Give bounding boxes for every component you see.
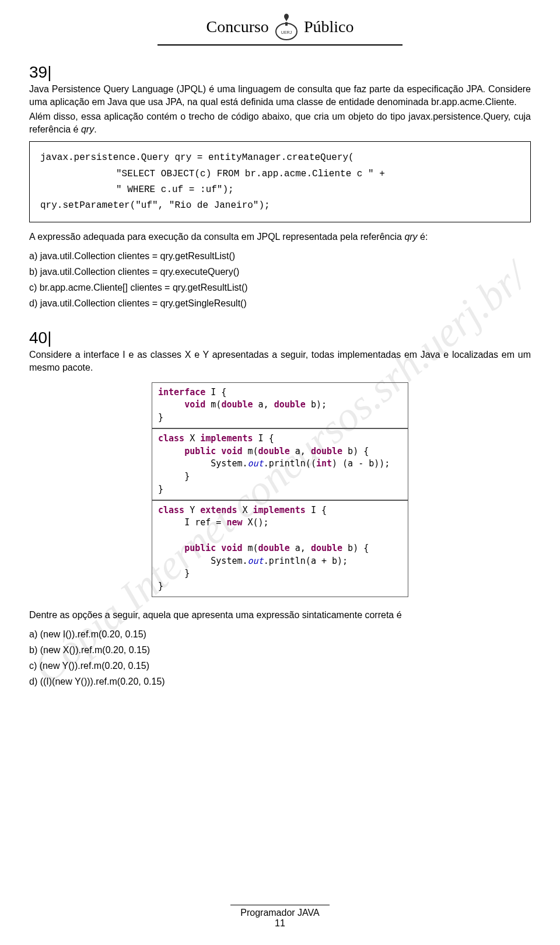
uerj-logo-icon: UERJ: [272, 12, 300, 42]
q40-option-b: b) (new X()).ref.m(0.20, 0.15): [29, 642, 531, 658]
q40-options: a) (new I()).ref.m(0.20, 0.15) b) (new X…: [29, 626, 531, 690]
q40-option-d: d) ((I)(new Y())).ref.m(0.20, 0.15): [29, 674, 531, 689]
q39-option-d: d) java.util.Collection clientes = qry.g…: [29, 295, 531, 311]
q39-p3-post: é:: [418, 232, 428, 242]
q39-options: a) java.util.Collection clientes = qry.g…: [29, 248, 531, 312]
q39-code-line-1: javax.persistence.Query qry = entityMana…: [40, 152, 354, 163]
q39-option-c: c) br.app.acme.Cliente[] clientes = qry.…: [29, 280, 531, 295]
q39-code-box: javax.persistence.Query qry = entityMana…: [29, 141, 531, 222]
svg-rect-1: [285, 22, 288, 26]
q40-code-class-y: class Y extends X implements I { I ref =…: [152, 500, 408, 597]
q39-option-a: a) java.util.Collection clientes = qry.g…: [29, 248, 531, 264]
header-left: Concurso: [206, 18, 269, 36]
q40-option-a: a) (new I()).ref.m(0.20, 0.15): [29, 626, 531, 642]
header-divider: [158, 44, 402, 46]
q39-p2-pre: Além disso, essa aplicação contém o trec…: [29, 111, 531, 134]
q40-paragraph-1: Considere a interface I e as classes X e…: [29, 348, 531, 374]
q39-code-line-2: "SELECT OBJECT(c) FROM br.app.acme.Clien…: [40, 166, 520, 182]
q39-p2-em: qry: [81, 124, 94, 134]
footer-page-number: 11: [0, 918, 560, 929]
page-header: Concurso UERJ Público: [29, 12, 531, 46]
q40-code-interface: interface I { void m(double a, double b)…: [152, 382, 408, 428]
q39-option-b: b) java.util.Collection clientes = qry.e…: [29, 264, 531, 280]
footer-divider: [230, 905, 330, 905]
question-40-number: 40|: [29, 329, 531, 347]
q39-code-line-4: qry.setParameter("uf", "Rio de Janeiro")…: [40, 200, 270, 211]
q39-p3-pre: A expressão adequada para execução da co…: [29, 232, 404, 242]
q40-option-c: c) (new Y()).ref.m(0.20, 0.15): [29, 658, 531, 674]
q40-code-class-x: class X implements I { public void m(dou…: [152, 428, 408, 500]
q39-paragraph-1: Java Persistence Query Language (JPQL) é…: [29, 83, 531, 108]
page-footer: Programador JAVA 11: [0, 905, 560, 929]
q40-code-wrap: interface I { void m(double a, double b)…: [29, 382, 531, 597]
svg-text:UERJ: UERJ: [281, 30, 292, 34]
footer-title: Programador JAVA: [0, 908, 560, 918]
q39-paragraph-2: Além disso, essa aplicação contém o trec…: [29, 110, 531, 135]
q39-code-line-3: " WHERE c.uf = :uf");: [40, 182, 520, 198]
q39-p3-em: qry: [404, 232, 417, 242]
q39-p2-post: .: [94, 124, 96, 134]
header-right: Público: [304, 18, 354, 36]
q40-paragraph-2: Dentre as opções a seguir, aquela que ap…: [29, 609, 531, 622]
q39-paragraph-3: A expressão adequada para execução da co…: [29, 231, 531, 243]
question-39-number: 39|: [29, 63, 531, 82]
